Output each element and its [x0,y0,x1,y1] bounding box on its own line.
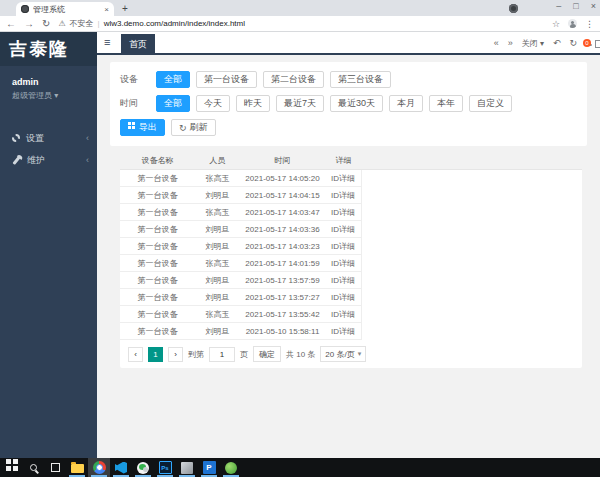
taskbar-wechat-button[interactable] [132,458,154,477]
filter-option-button[interactable]: 最近7天 [276,95,324,112]
table-cell: 2021-05-17 14:05:20 [240,170,325,187]
detail-link[interactable]: ID详细 [325,272,362,289]
sidebar-item-maintenance[interactable]: 维护‹ [0,149,97,171]
detail-link[interactable]: ID详细 [325,204,362,221]
user-role-dropdown[interactable]: 超级管理员 ▾ [12,90,97,101]
profile-avatar-icon[interactable] [568,19,577,28]
reload-icon[interactable]: ↻ [42,19,50,29]
device-filter-label: 设备 [120,73,156,86]
back-icon[interactable]: ← [6,19,16,29]
filter-option-button[interactable]: 自定义 [469,95,512,112]
detail-link[interactable]: ID详细 [325,323,362,340]
taskbar-search-button[interactable] [22,458,44,477]
detail-link[interactable]: ID详细 [325,289,362,306]
detail-link[interactable]: ID详细 [325,238,362,255]
forward-icon[interactable]: → [24,19,34,29]
time-filter-label: 时间 [120,97,156,110]
chevron-left-icon: ‹ [86,133,89,143]
taskbar-gray-app-button[interactable] [176,458,198,477]
window-minimize-button[interactable]: – [556,1,561,11]
table-cell: 第一台设备 [120,204,195,221]
undo-icon[interactable]: ↶ [553,39,561,48]
browser-profile-icon[interactable] [509,4,518,13]
refresh-button[interactable]: ↻ 刷新 [171,119,216,136]
window-close-button[interactable]: × [591,1,596,11]
hamburger-icon[interactable]: ≡ [104,36,110,48]
taskbar-p-app-button[interactable]: P [198,458,220,477]
detail-link[interactable]: ID详细 [325,170,362,187]
time-filter-buttons: 全部今天昨天最近7天最近30天本月本年自定义 [156,95,512,112]
not-secure-icon: ⚠ [58,19,65,28]
page-confirm-button[interactable]: 确定 [253,346,281,362]
vscode-icon [115,462,127,474]
detail-link[interactable]: ID详细 [325,221,362,238]
close-tabs-dropdown[interactable]: 关闭 ▾ [522,38,544,49]
table-cell: 2021-05-10 15:58:11 [240,323,325,340]
more-tools-icon[interactable] [595,40,600,48]
filter-option-button[interactable]: 昨天 [236,95,270,112]
page-current-button[interactable]: 1 [148,347,163,362]
taskbar-explorer-button[interactable] [66,458,88,477]
new-tab-button[interactable]: + [122,3,128,15]
detail-link[interactable]: ID详细 [325,255,362,272]
table-header-row: 设备名称人员时间详细 [120,152,582,170]
per-page-select[interactable]: 20 条/页 ▾ [320,346,366,362]
taskbar-green-app-button[interactable] [220,458,242,477]
filter-option-button[interactable]: 第三台设备 [330,71,391,88]
page-next-button[interactable]: › [168,347,183,362]
filter-option-button[interactable]: 今天 [196,95,230,112]
page-prev-button[interactable]: ‹ [128,347,143,362]
bookmark-star-icon[interactable]: ☆ [552,19,560,29]
taskbar-photoshop-button[interactable]: Ps [154,458,176,477]
logo: 吉泰隆 [0,32,97,66]
tabs-scroll-right-icon[interactable]: » [508,39,513,48]
table-row: 第一台设备刘明旦2021-05-17 13:57:59ID详细 [120,272,582,289]
taskbar-chrome-button[interactable] [88,458,110,477]
page-number-input[interactable] [209,347,235,362]
table-cell: 第一台设备 [120,170,195,187]
detail-link[interactable]: ID详细 [325,187,362,204]
wrench-icon [12,156,20,165]
sidebar-item-label: 设置 [26,132,44,145]
column-header: 人员 [195,155,240,166]
filter-option-button[interactable]: 本年 [429,95,463,112]
table-cell: 刘明旦 [195,323,240,340]
detail-link[interactable]: ID详细 [325,306,362,323]
taskview-icon [51,463,60,472]
windows-taskbar: PsP [0,458,600,477]
browser-tab[interactable]: 管理系统 × [16,2,114,16]
tabs-scroll-left-icon[interactable]: « [494,39,499,48]
user-block[interactable]: admin 超级管理员 ▾ [0,66,97,101]
url-bar[interactable]: ⚠ 不安全 | wlw3.demo.com/admin/index/index.… [58,18,544,29]
tab-close-icon[interactable]: × [104,5,109,14]
goto-label: 到第 [188,349,204,360]
filter-option-button[interactable]: 全部 [156,71,190,88]
security-label: 不安全 [70,18,94,29]
taskbar-start-button[interactable] [0,458,22,477]
filter-option-button[interactable]: 第二台设备 [263,71,324,88]
export-button[interactable]: 导出 [120,119,165,136]
table-row: 第一台设备刘明旦2021-05-17 14:03:36ID详细 [120,221,582,238]
filter-option-button[interactable]: 本月 [389,95,423,112]
taskbar-taskview-button[interactable] [44,458,66,477]
globe-favicon-icon [21,5,29,13]
tab-home[interactable]: 首页 [121,34,155,55]
table-row: 第一台设备刘明旦2021-05-10 15:58:11ID详细 [120,323,582,340]
browser-menu-icon[interactable]: ⋮ [585,19,594,29]
table-cell: 刘明旦 [195,289,240,306]
filter-option-button[interactable]: 第一台设备 [196,71,257,88]
table-cell: 2021-05-17 14:03:47 [240,204,325,221]
start-icon [6,459,11,464]
filter-option-button[interactable]: 全部 [156,95,190,112]
taskbar-vscode-button[interactable] [110,458,132,477]
table-cell: 第一台设备 [120,323,195,340]
table-cell: 第一台设备 [120,306,195,323]
screen: 管理系统 × + – □ × ← → ↻ ⚠ 不安全 | wlw3.demo.c… [0,0,600,480]
refresh-page-icon[interactable]: ↻ [569,39,577,48]
table-cell: 2021-05-17 13:55:42 [240,306,325,323]
table-cell: 张高玉 [195,204,240,221]
notification-badge: 0 [583,39,591,47]
window-maximize-button[interactable]: □ [573,1,578,11]
filter-option-button[interactable]: 最近30天 [330,95,383,112]
sidebar-item-settings[interactable]: 设置‹ [0,127,97,149]
